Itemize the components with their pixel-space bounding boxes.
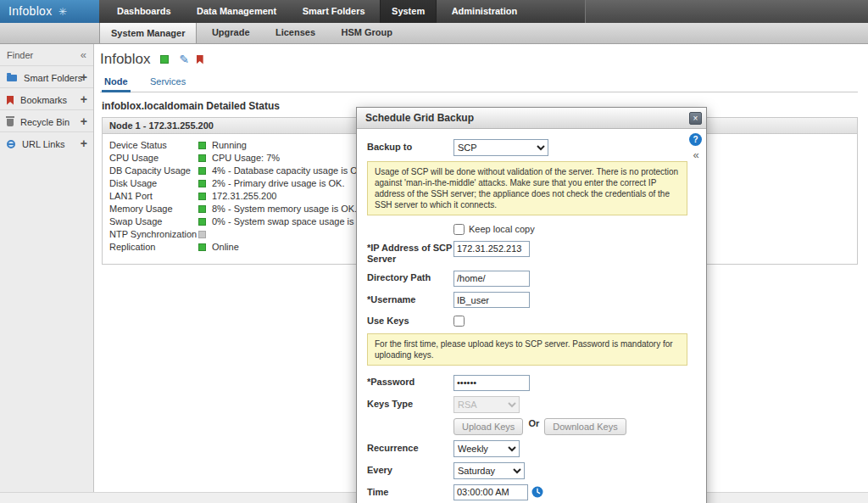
tab[interactable]: Node <box>102 75 131 92</box>
upload-keys-note: For the first time, please upload keys t… <box>367 333 687 366</box>
keys-type-select: RSA <box>453 396 520 413</box>
subnav-items: System Manager Upgrade Licenses HSM Grou… <box>99 22 403 43</box>
status-label: CPU Usage <box>109 152 198 165</box>
add-icon[interactable]: + <box>81 110 87 132</box>
password-row: *Password <box>367 374 687 391</box>
dialog-title: Schedule Grid Backup <box>357 112 474 124</box>
directory-path-input[interactable] <box>453 271 530 287</box>
sidebar-item-label: Smart Folders <box>24 73 82 83</box>
globe-icon <box>7 140 15 148</box>
dialog-help-panel: ? « <box>689 133 703 161</box>
status-indicator <box>198 193 206 200</box>
collapse-sidebar-icon[interactable]: « <box>81 50 86 59</box>
subnav-tab[interactable]: Upgrade <box>201 22 261 43</box>
sidebar-item[interactable]: Smart Folders + <box>0 65 93 87</box>
status-label: Device Status <box>109 139 198 152</box>
directory-path-label: Directory Path <box>367 270 453 283</box>
username-input[interactable] <box>453 292 530 308</box>
sidebar-item-label: Recycle Bin <box>20 117 70 127</box>
recurrence-row: Recurrence Weekly <box>367 440 687 457</box>
status-indicator <box>198 154 206 162</box>
status-label: LAN1 Port <box>109 190 198 203</box>
keys-buttons-row: Upload Keys Or Download Keys <box>367 418 687 435</box>
top-navigation-bar: Infoblox ✳ Dashboards Data Management Sm… <box>0 0 868 23</box>
clock-icon[interactable] <box>531 486 543 498</box>
sidebar-item[interactable]: URL Links + <box>0 131 93 154</box>
status-indicator <box>198 142 206 149</box>
finder-sidebar: « Finder Smart Folders + Bookmarks + Rec… <box>0 44 94 492</box>
time-label: Time <box>367 484 453 498</box>
recurrence-select[interactable]: Weekly <box>453 440 520 457</box>
sidebar-item-label: URL Links <box>22 139 64 149</box>
sidebar-item[interactable]: Bookmarks + <box>0 87 93 109</box>
status-label: Replication <box>109 241 198 254</box>
every-row: Every Saturday <box>367 462 687 479</box>
keys-type-label: Keys Type <box>367 396 453 410</box>
sidebar-item[interactable]: Recycle Bin + <box>0 109 93 131</box>
use-keys-checkbox[interactable] <box>453 316 465 327</box>
status-indicator <box>198 205 206 213</box>
status-indicator <box>198 218 206 226</box>
infoblox-logo: Infoblox ✳ <box>0 0 99 23</box>
ip-address-label: *IP Address of SCP Server <box>367 240 453 265</box>
use-keys-row: Use Keys <box>367 313 687 328</box>
time-input[interactable] <box>453 484 528 500</box>
topnav-item[interactable]: Dashboards <box>106 0 182 23</box>
every-label: Every <box>367 462 453 476</box>
upload-keys-button[interactable]: Upload Keys <box>453 418 523 435</box>
status-label: DB Capacity Usage <box>109 165 198 177</box>
edit-icon[interactable]: ✎ <box>179 53 189 66</box>
keys-type-row: Keys Type RSA <box>367 396 687 413</box>
schedule-grid-backup-dialog: Schedule Grid Backup × ? « Backup to SCP… <box>356 107 707 503</box>
subnav-bar: System Manager Upgrade Licenses HSM Grou… <box>0 23 868 44</box>
backup-to-select[interactable]: SCP <box>453 139 548 156</box>
username-label: *Username <box>367 292 453 305</box>
add-icon[interactable]: + <box>81 132 87 154</box>
grid-status-indicator <box>160 55 169 64</box>
main-tabs: Node Services <box>100 73 858 92</box>
infoblox-logo-icon: ✳ <box>58 6 67 18</box>
grid-title-row: Infoblox ✎ <box>100 49 858 71</box>
scp-warning-note: Usage of SCP will be done without valida… <box>367 161 687 215</box>
subnav-tab[interactable]: Licenses <box>264 22 326 43</box>
password-input[interactable] <box>453 375 530 391</box>
add-icon[interactable]: + <box>81 66 87 88</box>
topnav-item[interactable]: System <box>380 0 437 23</box>
bookmark-icon[interactable] <box>197 55 203 64</box>
status-label: Memory Usage <box>109 203 198 215</box>
use-keys-label: Use Keys <box>367 313 453 327</box>
topnav-item[interactable]: Data Management <box>186 0 287 23</box>
tab[interactable]: Services <box>147 75 188 90</box>
help-icon[interactable]: ? <box>689 133 702 146</box>
ip-address-input[interactable] <box>453 241 530 257</box>
password-label: *Password <box>367 374 453 388</box>
username-row: *Username <box>367 292 687 309</box>
keep-local-copy-label: Keep local copy <box>469 224 535 234</box>
directory-path-row: Directory Path <box>367 270 687 287</box>
status-indicator <box>198 180 206 187</box>
grid-name-title: Infoblox <box>100 51 151 67</box>
or-separator: Or <box>528 418 539 428</box>
topnav-item[interactable]: Administration <box>441 0 529 23</box>
status-label: Swap Usage <box>109 215 198 228</box>
folder-icon <box>7 75 17 81</box>
status-indicator <box>198 243 206 251</box>
logo-text: Infoblox <box>8 4 52 18</box>
add-icon[interactable]: + <box>81 88 87 110</box>
keep-local-copy-row: Keep local copy <box>367 224 687 235</box>
subnav-tab[interactable]: System Manager <box>99 22 197 43</box>
keep-local-copy-checkbox[interactable] <box>453 224 465 235</box>
finder-title: Finder <box>7 50 33 60</box>
status-label: Disk Usage <box>109 177 198 190</box>
download-keys-button[interactable]: Download Keys <box>544 418 626 435</box>
trash-icon <box>7 119 14 126</box>
topbar-right-section <box>585 0 868 23</box>
every-select[interactable]: Saturday <box>453 462 525 479</box>
subnav-tab[interactable]: HSM Group <box>331 22 404 43</box>
topnav-item[interactable]: Smart Folders <box>292 0 376 23</box>
dialog-body: Backup to SCP Usage of SCP will be done … <box>357 129 706 503</box>
close-icon[interactable]: × <box>689 112 702 125</box>
collapse-panel-icon[interactable]: « <box>689 148 703 161</box>
topnav-items: Dashboards Data Management Smart Folders… <box>106 0 528 23</box>
backup-to-label: Backup to <box>367 139 453 153</box>
